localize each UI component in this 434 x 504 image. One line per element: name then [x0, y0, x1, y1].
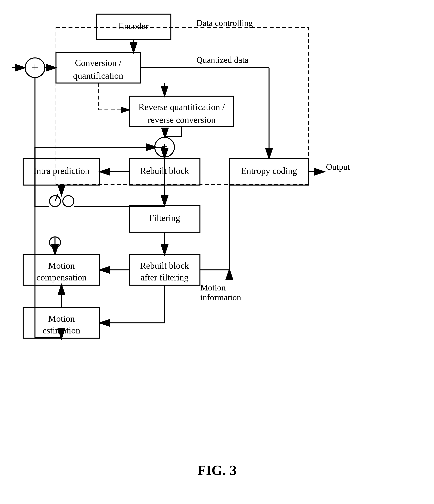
- fig-label: FIG. 3: [197, 462, 237, 478]
- motion-est-label2: estimation: [43, 325, 80, 335]
- conversion-label1: Conversion /: [75, 58, 121, 68]
- entropy-coding-label: Entropy coding: [241, 166, 297, 176]
- motion-info-label2: information: [200, 293, 241, 302]
- data-controlling-label: Data controlling: [196, 18, 253, 28]
- svg-text:+: +: [32, 61, 38, 74]
- reverse-quant-label1: Reverse quantification /: [139, 102, 225, 112]
- reverse-quant-label2: reverse conversion: [148, 115, 216, 125]
- diagram: Encoder Conversion / quantification Reve…: [0, 0, 434, 504]
- output-label: Output: [326, 162, 350, 172]
- motion-info-label: Motion: [200, 283, 226, 292]
- switch-circle2: [63, 196, 74, 207]
- rebuilt-after-label1: Rebuilt block: [140, 261, 189, 271]
- motion-comp-label1: Motion: [48, 261, 75, 271]
- encoder-label: Encoder: [118, 21, 148, 31]
- motion-comp-label2: compensation: [36, 272, 87, 282]
- rebuilt-after-label2: after filtering: [141, 272, 189, 282]
- intra-pred-label: Intra prediction: [34, 166, 90, 176]
- motion-est-label1: Motion: [48, 314, 75, 324]
- svg-text:+: +: [161, 140, 168, 153]
- conversion-label2: quantification: [73, 71, 123, 81]
- svg-text:-: -: [28, 70, 30, 79]
- filtering-label: Filtering: [149, 213, 180, 223]
- quantized-data-label: Quantized data: [196, 55, 249, 65]
